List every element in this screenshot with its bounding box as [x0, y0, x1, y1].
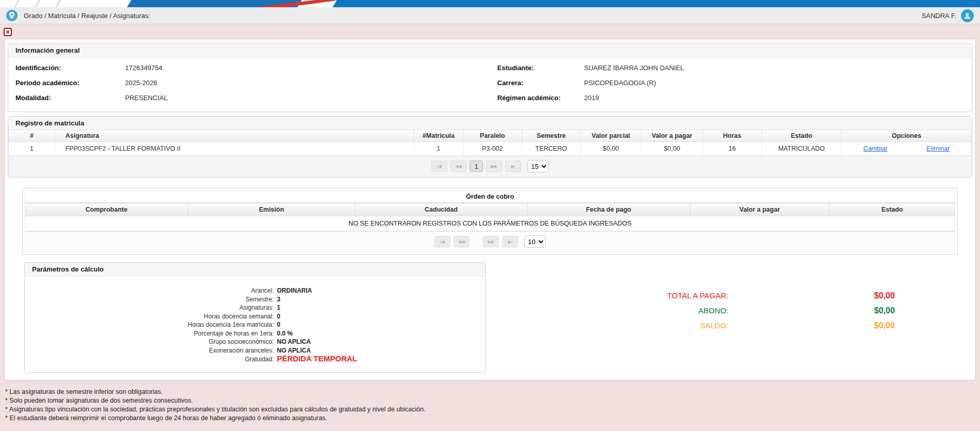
main-panel: Información general Identificación: 1726…	[4, 39, 976, 380]
parametros-calculo-section: Parámetros de cálculo Arancel: ORDINARIA…	[24, 262, 486, 373]
informacion-general-section: Información general Identificación: 1726…	[8, 43, 972, 112]
field-carrera: Carrera: PSICOPEDAGOGIA (R)	[490, 75, 972, 90]
last-page-button[interactable]: ▶|	[502, 236, 518, 247]
field-value: 1726349754	[125, 64, 162, 72]
next-page-button[interactable]: ▶▶	[483, 236, 499, 247]
param-label: Exoneración aranceles:	[25, 346, 277, 355]
cell-opciones: Cambiar Eliminar	[842, 142, 972, 156]
param-value-gratuidad: PÉRDIDA TEMPORAL	[277, 355, 357, 363]
param-label: Grupo socioeconómico:	[25, 338, 277, 346]
param-exoneracion: Exoneración aranceles: NO APLICA	[25, 346, 485, 355]
param-value: ORDINARIA	[277, 286, 312, 295]
top-banner	[0, 0, 980, 7]
field-label: Régimen acdémico:	[490, 94, 584, 102]
col-estado: Estado	[830, 203, 955, 216]
cambiar-link[interactable]: Cambiar	[863, 145, 888, 152]
col-horas: Horas	[703, 130, 761, 142]
cell-estado: MATRICULADO	[761, 142, 842, 156]
registro-header-row: # Asignatura #Matrícula Paralelo Semestr…	[9, 130, 972, 142]
cell-asignatura: FPP03SCPF2 - TALLER FORMATIVO II	[55, 142, 414, 156]
field-label: Período académico:	[8, 79, 125, 87]
field-regimen-academico: Régimen acdémico: 2019	[490, 90, 972, 105]
col-emision: Emisión	[188, 203, 355, 216]
page-size-select[interactable]: 15	[527, 160, 549, 172]
param-label: Horas docencia 1era matrícula:	[25, 321, 277, 329]
info-grid: Identificación: 1726349754 Período acadé…	[8, 57, 972, 111]
orden-table: Comprobante Emisión Caducidad Fecha de p…	[25, 203, 955, 216]
abono-label: ABONO:	[486, 306, 728, 315]
param-value: 0	[277, 312, 281, 321]
param-semestre: Semestre: 3	[25, 295, 485, 304]
field-estudiante: Estudiante: SUAREZ IBARRA JOHN DANIEL	[490, 60, 972, 75]
totales-section: TOTAL A PAGAR: $0,00 ABONO: $0,00 SALDO:…	[486, 262, 973, 373]
param-porcentaje-horas: Porcentaje de horas en 1era: 0.0 %	[25, 329, 485, 338]
col-valor-a-pagar: Valor a pagar	[641, 130, 703, 142]
logo-fragment	[0, 0, 398, 7]
cell-paralelo: P3-002	[463, 142, 522, 156]
param-value: NO APLICA	[277, 346, 311, 355]
note-line: * Asignaturas tipo vinculación con la so…	[5, 405, 975, 414]
field-periodo-academico: Período académico: 2025-2026	[8, 75, 490, 90]
field-label: Carrera:	[490, 79, 584, 87]
first-page-button[interactable]: |◀	[431, 161, 447, 172]
registro-table: # Asignatura #Matrícula Paralelo Semestr…	[8, 130, 972, 156]
user-avatar[interactable]	[961, 9, 974, 22]
footer-notes: * Las asignaturas de semestre inferior s…	[5, 388, 975, 423]
field-label: Modalidad:	[8, 94, 125, 102]
col-comprobante: Comprobante	[25, 203, 188, 216]
prev-page-button[interactable]: ◀◀	[454, 236, 470, 247]
abono-row: ABONO: $0,00	[486, 306, 973, 315]
registro-pagination: |◀ ◀◀ 1 ▶▶ ▶| 15	[8, 156, 972, 177]
cell-horas: 16	[703, 142, 761, 156]
field-identificacion: Identificación: 1726349754	[8, 60, 490, 75]
field-value: SUAREZ IBARRA JOHN DANIEL	[584, 64, 685, 72]
field-modalidad: Modalidad: PRESENCIAL	[8, 90, 490, 105]
col-num: #	[9, 130, 55, 142]
col-matricula: #Matrícula	[414, 130, 463, 142]
col-valor-parcial: Valor parcial	[581, 130, 641, 142]
param-value: NO APLICA	[277, 338, 311, 346]
abono-value: $0,00	[874, 306, 895, 315]
section-title-parametros: Parámetros de cálculo	[25, 263, 485, 276]
col-valor-a-pagar: Valor a pagar	[690, 203, 830, 216]
last-page-button[interactable]: ▶|	[505, 161, 521, 172]
empty-results-message: NO SE ENCONTRARON REGISTROS CON LOS PARÁ…	[25, 216, 955, 231]
saldo-value: $0,00	[874, 321, 895, 330]
prev-page-button[interactable]: ◀◀	[450, 161, 466, 172]
note-line: * Las asignaturas de semestre inferior s…	[5, 388, 975, 396]
orden-de-cobro-section: Órden de cobro Comprobante Emisión Caduc…	[22, 188, 958, 255]
table-row: 1 FPP03SCPF2 - TALLER FORMATIVO II 1 P3-…	[9, 142, 972, 156]
param-gratuidad: Gratuidad: PÉRDIDA TEMPORAL	[25, 355, 485, 364]
page-1-button[interactable]: 1	[470, 161, 483, 172]
param-label: Gratuidad:	[25, 355, 277, 364]
cell-num: 1	[9, 142, 55, 156]
close-icon[interactable]: ✕	[4, 28, 12, 36]
first-page-button[interactable]: |◀	[434, 236, 450, 247]
total-a-pagar-row: TOTAL A PAGAR: $0,00	[486, 291, 973, 300]
col-fecha-pago: Fecha de pago	[527, 203, 690, 216]
page-size-select[interactable]: 10	[524, 235, 546, 248]
breadcrumb-bar: Grado / Matrícula / Reajuste / Asignatur…	[0, 7, 980, 24]
total-a-pagar-label: TOTAL A PAGAR:	[486, 291, 728, 300]
lower-section: Parámetros de cálculo Arancel: ORDINARIA…	[7, 262, 973, 373]
eliminar-link[interactable]: Eliminar	[926, 145, 950, 152]
param-label: Arancel:	[25, 286, 277, 295]
cell-semestre: TERCERO	[522, 142, 581, 156]
param-label: Semestre:	[25, 295, 277, 304]
field-value: 2025-2026	[125, 79, 157, 87]
field-label: Estudiante:	[490, 64, 584, 72]
orden-pagination: |◀ ◀◀ ▶▶ ▶| 10	[25, 231, 955, 252]
col-paralelo: Paralelo	[463, 130, 522, 142]
cell-matricula: 1	[414, 142, 463, 156]
param-asignaturas: Asignaturas: 1	[25, 304, 485, 312]
param-grupo-socioeconomico: Grupo socioeconómico: NO APLICA	[25, 338, 485, 346]
param-value: 1	[277, 304, 281, 312]
param-horas-docencia-1era: Horas docencia 1era matrícula: 0	[25, 321, 485, 329]
field-value: 2019	[584, 94, 599, 102]
note-line: * Solo pueden tomar asignaturas de dos s…	[5, 396, 975, 405]
orden-title: Órden de cobro	[25, 190, 955, 203]
next-page-button[interactable]: ▶▶	[486, 161, 502, 172]
orden-header-row: Comprobante Emisión Caducidad Fecha de p…	[25, 203, 955, 216]
cell-valor-parcial: $0,00	[581, 142, 641, 156]
field-label: Identificación:	[8, 64, 125, 72]
